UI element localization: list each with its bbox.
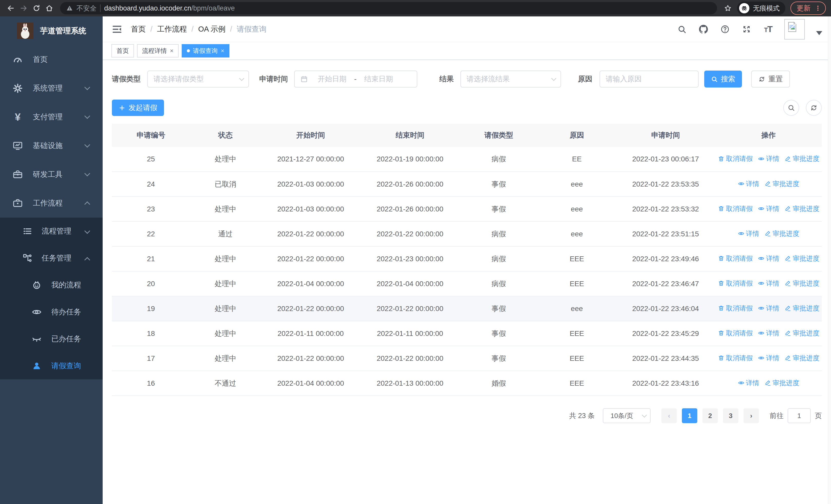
browser-home-button[interactable] xyxy=(44,3,55,14)
browser-back-button[interactable] xyxy=(5,3,17,14)
sidebar-item-流程管理[interactable]: 流程管理 xyxy=(0,217,103,244)
cell-start: 2022-01-04 00:00:00 xyxy=(261,271,360,296)
edit-icon xyxy=(784,330,791,336)
progress-link[interactable]: 审批进度 xyxy=(784,154,820,163)
browser-forward-button[interactable] xyxy=(18,3,29,14)
cancel-link[interactable]: 取消请假 xyxy=(718,329,753,338)
detail-link[interactable]: 详情 xyxy=(738,229,760,238)
header-search-button[interactable] xyxy=(677,24,687,35)
close-icon[interactable]: × xyxy=(170,48,173,54)
sidebar-logo[interactable]: 芋道管理系统 xyxy=(0,17,103,45)
browser-menu-button[interactable] xyxy=(814,5,821,11)
sidebar-item-我的流程[interactable]: 我的流程 xyxy=(0,271,103,298)
result-select[interactable]: 请选择流结果 xyxy=(460,70,561,88)
cell-id: 16 xyxy=(112,371,190,396)
leave-type-select[interactable]: 请选择请假类型 xyxy=(147,70,249,88)
detail-link[interactable]: 详情 xyxy=(758,154,779,163)
sidebar-collapse-button[interactable] xyxy=(111,24,123,35)
sidebar-item-基础设施[interactable]: 基础设施 xyxy=(0,131,103,160)
edit-icon xyxy=(784,155,791,162)
sidebar-item-任务管理[interactable]: 任务管理 xyxy=(0,244,103,271)
prev-page-button[interactable]: ‹ xyxy=(661,408,677,423)
detail-link[interactable]: 详情 xyxy=(758,329,779,338)
url-bar[interactable]: 不安全 dashboard.yudao.iocoder.cn/bpm/oa/le… xyxy=(60,2,717,14)
detail-link[interactable]: 详情 xyxy=(738,379,760,387)
github-button[interactable] xyxy=(698,24,709,35)
update-button[interactable]: 更新 xyxy=(797,4,810,13)
reason-input[interactable] xyxy=(606,75,692,83)
progress-link[interactable]: 审批进度 xyxy=(784,204,820,213)
detail-link[interactable]: 详情 xyxy=(738,179,760,188)
eye-open-icon xyxy=(31,307,42,318)
page-size-select[interactable]: 10条/页 xyxy=(603,408,651,423)
page-button-2[interactable]: 2 xyxy=(703,408,718,423)
cell-apply: 2022-01-22 23:49:46 xyxy=(616,246,715,271)
page-button-1[interactable]: 1 xyxy=(682,408,697,423)
search-button[interactable]: 搜索 xyxy=(704,70,742,88)
goto-page-input[interactable] xyxy=(787,408,811,423)
sidebar-item-请假查询[interactable]: 请假查询 xyxy=(0,352,103,379)
tab-流程详情[interactable]: 流程详情× xyxy=(137,44,179,58)
sidebar-item-研发工具[interactable]: 研发工具 xyxy=(0,160,103,189)
breadcrumb-item-2[interactable]: OA 示例 xyxy=(198,24,225,34)
start-date-input[interactable] xyxy=(312,75,353,83)
sidebar-item-工作流程[interactable]: 工作流程 xyxy=(0,189,103,217)
sidebar-item-待办任务[interactable]: 待办任务 xyxy=(0,298,103,325)
tab-请假查询[interactable]: 请假查询× xyxy=(182,44,229,58)
sidebar-item-label: 系统管理 xyxy=(33,83,63,93)
progress-link[interactable]: 审批进度 xyxy=(784,254,820,263)
progress-link[interactable]: 审批进度 xyxy=(784,304,820,313)
column-header-6: 申请时间 xyxy=(616,124,715,147)
create-leave-button[interactable]: 发起请假 xyxy=(112,99,164,116)
sidebar-item-首页[interactable]: 首页 xyxy=(0,45,103,74)
progress-link[interactable]: 审批进度 xyxy=(784,354,820,363)
cancel-link[interactable]: 取消请假 xyxy=(718,154,753,163)
cell-apply: 2022-01-22 23:43:16 xyxy=(616,371,715,396)
reset-button[interactable]: 重置 xyxy=(751,70,790,88)
help-button[interactable] xyxy=(720,24,730,35)
sidebar-item-支付管理[interactable]: ¥支付管理 xyxy=(0,102,103,131)
avatar[interactable] xyxy=(784,19,805,39)
detail-link[interactable]: 详情 xyxy=(758,254,779,263)
detail-link[interactable]: 详情 xyxy=(758,279,779,288)
cancel-link[interactable]: 取消请假 xyxy=(718,354,753,363)
progress-link[interactable]: 审批进度 xyxy=(784,279,820,288)
chevron-down-icon xyxy=(84,84,90,90)
eye-icon xyxy=(758,255,765,262)
cell-reason: EE xyxy=(538,147,616,172)
progress-link[interactable]: 审批进度 xyxy=(765,229,799,238)
edit-icon xyxy=(784,255,791,262)
avatar-dropdown-caret-icon[interactable] xyxy=(816,31,822,35)
cancel-link[interactable]: 取消请假 xyxy=(718,304,753,313)
table-row-17: 17处理中2022-01-22 00:00:002022-01-22 00:00… xyxy=(112,346,822,371)
fullscreen-button[interactable] xyxy=(741,24,752,35)
sidebar-item-已办任务[interactable]: 已办任务 xyxy=(0,325,103,352)
bookmark-star-button[interactable] xyxy=(722,3,734,14)
cancel-link[interactable]: 取消请假 xyxy=(718,279,753,288)
breadcrumb-item-0[interactable]: 首页 xyxy=(131,24,146,34)
progress-link[interactable]: 审批进度 xyxy=(784,329,820,338)
page-button-3[interactable]: 3 xyxy=(723,408,738,423)
progress-link[interactable]: 审批进度 xyxy=(765,179,799,188)
detail-link[interactable]: 详情 xyxy=(758,354,779,363)
detail-link[interactable]: 详情 xyxy=(758,204,779,213)
detail-link[interactable]: 详情 xyxy=(758,304,779,313)
browser-reload-button[interactable] xyxy=(31,3,42,14)
breadcrumb-item-1[interactable]: 工作流程 xyxy=(157,24,187,34)
refresh-table-button[interactable] xyxy=(806,100,822,116)
progress-link[interactable]: 审批进度 xyxy=(765,379,799,387)
apply-time-range-picker[interactable]: - xyxy=(294,70,417,88)
close-icon[interactable]: × xyxy=(221,48,224,54)
omnibox-divider xyxy=(100,4,101,12)
toggle-search-button[interactable] xyxy=(783,100,799,116)
fontsize-button[interactable]: TT xyxy=(763,24,774,35)
page-scrollbar[interactable] xyxy=(828,17,831,504)
cancel-link[interactable]: 取消请假 xyxy=(718,204,753,213)
cancel-link[interactable]: 取消请假 xyxy=(718,254,753,263)
next-page-button[interactable]: › xyxy=(744,408,759,423)
cell-apply: 2022-01-22 23:46:04 xyxy=(616,296,715,321)
sidebar-item-系统管理[interactable]: 系统管理 xyxy=(0,74,103,102)
tab-首页[interactable]: 首页 xyxy=(111,44,134,58)
security-warning-icon[interactable] xyxy=(66,5,73,11)
end-date-input[interactable] xyxy=(358,75,399,83)
